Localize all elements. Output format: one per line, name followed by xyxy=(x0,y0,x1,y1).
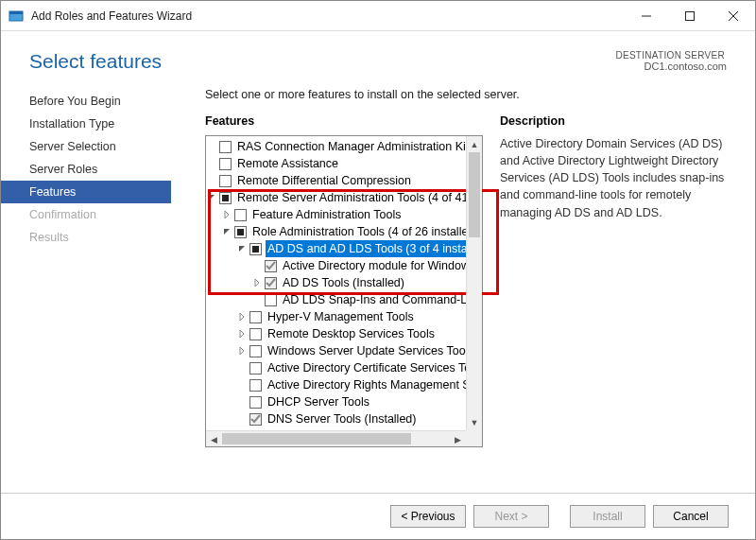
tree-item-label[interactable]: Remote Desktop Services Tools xyxy=(266,325,437,342)
tree-item-label[interactable]: AD DS Tools (Installed) xyxy=(281,274,406,291)
checkbox[interactable] xyxy=(219,158,232,170)
destination-server: DESTINATION SERVER DC1.contoso.com xyxy=(613,50,727,72)
checkbox[interactable] xyxy=(219,141,232,153)
tree-row[interactable]: Active Directory module for Windows P xyxy=(206,257,466,274)
footer: < Previous Next > Install Cancel xyxy=(1,493,755,539)
checkbox[interactable] xyxy=(249,362,262,375)
tree-item-label[interactable]: DHCP Server Tools xyxy=(266,393,371,410)
checkbox[interactable] xyxy=(265,294,277,306)
tree-item-label[interactable]: Active Directory module for Windows P xyxy=(281,257,466,274)
minimize-button[interactable] xyxy=(625,1,668,30)
scroll-right-icon[interactable]: ▶ xyxy=(450,431,466,447)
horizontal-scroll-thumb[interactable] xyxy=(222,433,411,444)
tree-row[interactable]: RAS Connection Manager Administration Ki… xyxy=(206,138,466,155)
collapse-icon[interactable] xyxy=(206,192,217,203)
expand-icon[interactable] xyxy=(236,328,248,340)
tree-row[interactable]: Remote Server Administration Tools (4 of… xyxy=(206,189,466,206)
checkbox[interactable] xyxy=(249,413,262,426)
horizontal-scrollbar[interactable]: ◀ ▶ xyxy=(206,430,466,446)
tree-row[interactable]: AD DS Tools (Installed) xyxy=(206,274,466,291)
features-tree-box: RAS Connection Manager Administration Ki… xyxy=(205,135,483,447)
tree-row[interactable]: Hyper-V Management Tools xyxy=(206,308,466,325)
nav-item-installation-type[interactable]: Installation Type xyxy=(1,113,171,135)
header: Select features DESTINATION SERVER DC1.c… xyxy=(1,31,755,82)
checkbox[interactable] xyxy=(249,396,262,409)
cancel-button[interactable]: Cancel xyxy=(653,505,729,528)
tree-row[interactable]: Windows Server Update Services Tools xyxy=(206,342,466,359)
nav-item-results: Results xyxy=(1,226,171,249)
destination-label: DESTINATION SERVER xyxy=(613,50,727,61)
checkbox[interactable] xyxy=(265,277,277,289)
expand-icon[interactable] xyxy=(251,277,263,288)
tree-row[interactable]: Role Administration Tools (4 of 26 insta… xyxy=(206,223,466,240)
tree-row[interactable]: AD DS and AD LDS Tools (3 of 4 installed… xyxy=(206,240,466,257)
collapse-icon[interactable] xyxy=(221,226,232,237)
tree-item-label[interactable]: Hyper-V Management Tools xyxy=(266,308,416,325)
page-title: Select features xyxy=(29,50,613,73)
features-column: Features RAS Connection Manager Administ… xyxy=(171,114,483,493)
tree-item-label[interactable]: RAS Connection Manager Administration Ki… xyxy=(235,138,466,155)
checkbox[interactable] xyxy=(249,243,262,255)
nav-item-before-you-begin[interactable]: Before You Begin xyxy=(1,90,171,113)
checkbox[interactable] xyxy=(249,345,262,357)
checkbox[interactable] xyxy=(234,209,247,221)
scroll-down-icon[interactable]: ▼ xyxy=(467,414,482,430)
tree-item-label[interactable]: Role Administration Tools (4 of 26 insta… xyxy=(250,223,466,240)
tree-item-label[interactable]: Remote Assistance xyxy=(235,155,340,172)
features-tree[interactable]: RAS Connection Manager Administration Ki… xyxy=(206,136,466,430)
tree-item-label[interactable]: Windows Server Update Services Tools xyxy=(266,342,466,359)
maximize-button[interactable] xyxy=(668,1,712,30)
app-icon xyxy=(9,9,24,24)
columns: Features RAS Connection Manager Administ… xyxy=(171,114,729,493)
scroll-left-icon[interactable]: ◀ xyxy=(206,431,222,447)
tree-row[interactable]: Remote Desktop Services Tools xyxy=(206,325,466,342)
tree-item-label[interactable]: Active Directory Certificate Services To… xyxy=(266,359,466,376)
tree-item-label[interactable]: AD DS and AD LDS Tools (3 of 4 installed… xyxy=(266,240,466,257)
tree-row[interactable]: DHCP Server Tools xyxy=(206,393,466,410)
wizard-window: Add Roles and Features Wizard Select fea… xyxy=(0,0,756,540)
next-button[interactable]: Next > xyxy=(473,505,549,528)
scroll-up-icon[interactable]: ▲ xyxy=(467,136,482,152)
tree-item-label[interactable]: DNS Server Tools (Installed) xyxy=(266,410,418,427)
previous-button[interactable]: < Previous xyxy=(390,505,466,528)
checkbox[interactable] xyxy=(249,379,262,392)
install-button[interactable]: Install xyxy=(570,505,645,528)
collapse-icon[interactable] xyxy=(236,243,248,254)
checkbox[interactable] xyxy=(249,311,262,323)
description-column: Description Active Directory Domain Serv… xyxy=(500,114,729,493)
tree-row[interactable]: DNS Server Tools (Installed) xyxy=(206,410,466,427)
checkbox[interactable] xyxy=(249,328,262,340)
main: Select one or more features to install o… xyxy=(171,82,729,493)
tree-row[interactable]: Active Directory Certificate Services To… xyxy=(206,359,466,376)
nav-item-server-roles[interactable]: Server Roles xyxy=(1,158,171,181)
vertical-scrollbar[interactable]: ▲ ▼ xyxy=(466,136,482,430)
scrollbar-corner xyxy=(466,430,482,446)
description-text: Active Directory Domain Services (AD DS)… xyxy=(500,135,729,221)
tree-item-label[interactable]: Remote Differential Compression xyxy=(235,172,413,189)
nav-item-features[interactable]: Features xyxy=(1,181,171,203)
destination-value: DC1.contoso.com xyxy=(613,61,727,72)
tree-row[interactable]: Active Directory Rights Management Servi… xyxy=(206,376,466,393)
tree-item-label[interactable]: Active Directory Rights Management Servi… xyxy=(266,376,466,393)
nav-item-server-selection[interactable]: Server Selection xyxy=(1,135,171,158)
checkbox[interactable] xyxy=(219,192,232,204)
instruction-text: Select one or more features to install o… xyxy=(205,88,729,101)
close-button[interactable] xyxy=(712,1,755,30)
tree-row[interactable]: Remote Differential Compression xyxy=(206,172,466,189)
tree-row[interactable]: AD LDS Snap-Ins and Command-Line To xyxy=(206,291,466,308)
checkbox[interactable] xyxy=(234,226,247,238)
expand-icon[interactable] xyxy=(236,311,248,322)
expand-icon[interactable] xyxy=(236,345,248,357)
expand-icon[interactable] xyxy=(221,209,232,220)
tree-item-label[interactable]: AD LDS Snap-Ins and Command-Line To xyxy=(281,291,466,308)
tree-row[interactable]: Remote Assistance xyxy=(206,155,466,172)
checkbox[interactable] xyxy=(219,175,232,187)
checkbox[interactable] xyxy=(265,260,277,272)
tree-row[interactable]: Feature Administration Tools xyxy=(206,206,466,223)
tree-item-label[interactable]: Feature Administration Tools xyxy=(250,206,404,223)
features-header: Features xyxy=(205,114,483,128)
vertical-scroll-thumb[interactable] xyxy=(469,152,480,237)
titlebar: Add Roles and Features Wizard xyxy=(1,1,755,31)
description-header: Description xyxy=(500,114,729,128)
tree-item-label[interactable]: Remote Server Administration Tools (4 of… xyxy=(235,189,466,206)
